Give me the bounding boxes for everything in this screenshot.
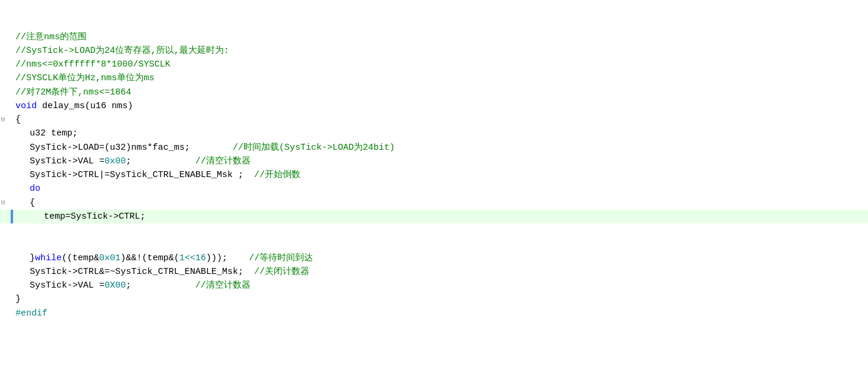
line-gutter	[0, 307, 11, 320]
code-line: //注意nms的范围	[0, 30, 868, 44]
line-gutter	[0, 141, 11, 154]
code-line: do	[0, 182, 868, 195]
line-text: SysTick->CTRL|=SysTick_CTRL_ENABLE_Msk ;…	[13, 168, 868, 182]
line-gutter	[0, 265, 11, 279]
fold-icon[interactable]: ⊟	[1, 115, 5, 125]
code-line: //SYSCLK单位为Hz,nms单位为ms	[0, 71, 868, 85]
code-line: #endif	[0, 307, 868, 320]
line-text: //注意nms的范围	[13, 30, 868, 44]
code-block: //注意nms的范围//SysTick->LOAD为24位寄存器,所以,最大延时…	[0, 0, 868, 323]
code-line: }	[0, 292, 868, 306]
line-text: //SysTick->LOAD为24位寄存器,所以,最大延时为:	[13, 44, 868, 58]
code-line: temp=SysTick->CTRL;	[0, 210, 868, 223]
line-gutter[interactable]: ⊟	[0, 113, 11, 127]
line-text: SysTick->CTRL&=~SysTick_CTRL_ENABLE_Msk;…	[13, 265, 868, 279]
code-line: SysTick->CTRL|=SysTick_CTRL_ENABLE_Msk ;…	[0, 168, 868, 182]
line-text: #endif	[13, 307, 868, 320]
code-line: SysTick->VAL =0X00; //清空计数器	[0, 279, 868, 292]
line-text: u32 temp;	[13, 127, 868, 140]
line-text	[13, 223, 868, 237]
code-line: SysTick->CTRL&=~SysTick_CTRL_ENABLE_Msk;…	[0, 265, 868, 279]
code-line: void delay_ms(u16 nms)	[0, 99, 868, 113]
line-text: SysTick->LOAD=(u32)nms*fac_ms; //时间加载(Sy…	[13, 141, 868, 154]
line-text: {	[13, 196, 868, 210]
line-text: //对72M条件下,nms<=1864	[13, 86, 868, 99]
line-gutter	[0, 58, 11, 71]
line-gutter	[0, 86, 11, 99]
line-gutter	[0, 168, 11, 182]
line-gutter	[0, 127, 11, 140]
code-line: ⊟{	[0, 113, 868, 127]
line-gutter	[0, 210, 11, 223]
line-text: SysTick->VAL =0X00; //清空计数器	[13, 279, 868, 292]
code-line: //nms<=0xffffff*8*1000/SYSCLK	[0, 58, 868, 71]
line-gutter	[0, 154, 11, 168]
code-line: SysTick->VAL =0x00; //清空计数器	[0, 154, 868, 168]
code-line: SysTick->LOAD=(u32)nms*fac_ms; //时间加载(Sy…	[0, 141, 868, 154]
line-gutter	[0, 99, 11, 113]
line-gutter	[0, 71, 11, 85]
line-text: //SYSCLK单位为Hz,nms单位为ms	[13, 71, 868, 85]
line-gutter	[0, 44, 11, 58]
line-text: //nms<=0xffffff*8*1000/SYSCLK	[13, 58, 868, 71]
code-line: ⊟{	[0, 196, 868, 210]
line-text: do	[13, 182, 868, 195]
code-editor: //注意nms的范围//SysTick->LOAD为24位寄存器,所以,最大延时…	[0, 0, 868, 369]
line-gutter	[0, 279, 11, 292]
line-gutter	[0, 251, 11, 265]
line-text: {	[13, 113, 868, 127]
line-gutter	[0, 182, 11, 195]
line-text: SysTick->VAL =0x00; //清空计数器	[13, 154, 868, 168]
line-text: temp=SysTick->CTRL;	[13, 210, 868, 223]
code-line	[0, 223, 868, 237]
line-text: }while((temp&0x01)&&!(temp&(1<<16))); //…	[13, 251, 868, 265]
code-line: u32 temp;	[0, 127, 868, 140]
line-gutter	[0, 237, 11, 251]
line-text	[13, 237, 868, 251]
line-text: void delay_ms(u16 nms)	[13, 99, 868, 113]
line-text: }	[13, 292, 868, 306]
code-line: }while((temp&0x01)&&!(temp&(1<<16))); //…	[0, 251, 868, 265]
line-gutter	[0, 30, 11, 44]
code-line: //对72M条件下,nms<=1864	[0, 86, 868, 99]
line-gutter	[0, 223, 11, 237]
line-gutter[interactable]: ⊟	[0, 196, 11, 210]
line-gutter	[0, 292, 11, 306]
fold-icon[interactable]: ⊟	[1, 198, 5, 208]
code-line: //SysTick->LOAD为24位寄存器,所以,最大延时为:	[0, 44, 868, 58]
code-line	[0, 237, 868, 251]
